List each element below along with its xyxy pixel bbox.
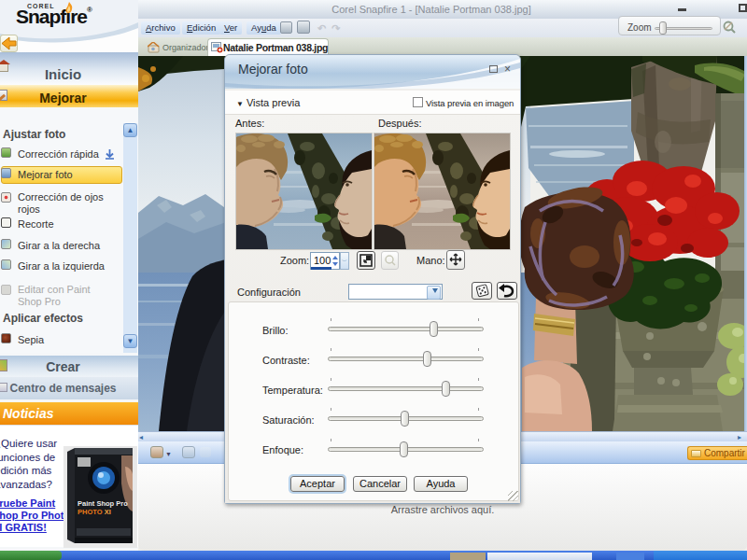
svg-text:PHOTO XI: PHOTO XI	[78, 508, 111, 516]
svg-text:Paint Shop Pro: Paint Shop Pro	[78, 499, 128, 508]
